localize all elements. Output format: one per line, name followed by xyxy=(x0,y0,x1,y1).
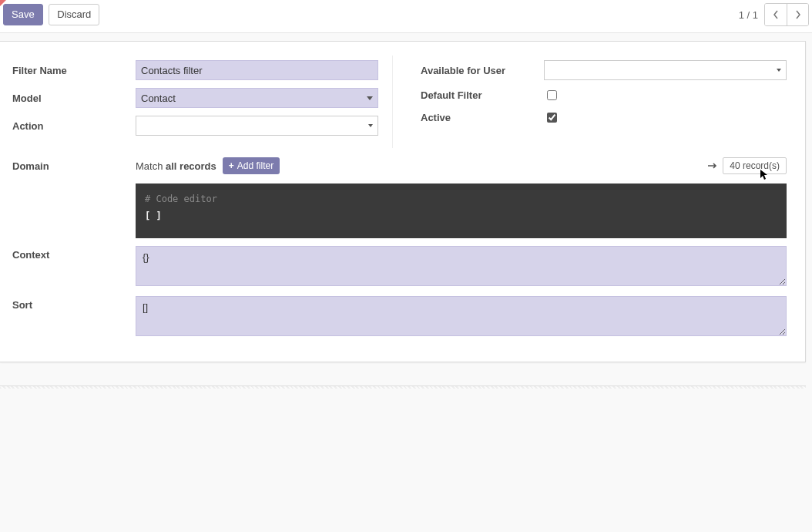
model-select-value: Contact xyxy=(141,93,176,104)
row-filter-name: Filter Name xyxy=(12,60,378,80)
label-domain: Domain xyxy=(12,157,136,238)
row-action: Action xyxy=(12,116,378,136)
form-sheet: Filter Name Model Contact Action xyxy=(0,41,806,362)
domain-match-text: Match all records xyxy=(136,160,216,172)
code-editor-value: [ ] xyxy=(145,208,777,225)
discard-button[interactable]: Discard xyxy=(49,4,99,25)
save-button[interactable]: Save xyxy=(3,4,43,25)
label-sort: Sort xyxy=(12,296,136,338)
label-active: Active xyxy=(421,112,544,123)
chevron-down-icon xyxy=(777,69,781,72)
row-available-user: Available for User xyxy=(421,60,787,80)
records-button[interactable]: 40 record(s) xyxy=(723,157,787,174)
top-bar: Save Discard 1 / 1 xyxy=(0,0,812,33)
pager-buttons xyxy=(764,3,809,26)
row-active: Active xyxy=(421,110,787,125)
records-label: 40 record(s) xyxy=(730,160,780,171)
row-domain: Domain Match all records + Add filter xyxy=(12,157,787,238)
action-select[interactable] xyxy=(136,116,378,136)
context-textarea[interactable] xyxy=(136,246,787,286)
match-bold: all records xyxy=(166,160,216,172)
add-filter-label: Add filter xyxy=(237,160,273,171)
pager: 1 / 1 xyxy=(739,3,809,26)
row-model: Model Contact xyxy=(12,88,378,108)
model-select[interactable]: Contact xyxy=(136,88,378,108)
add-filter-button[interactable]: + Add filter xyxy=(223,157,280,174)
pager-prev-button[interactable] xyxy=(765,4,787,25)
domain-header-right: 40 record(s) xyxy=(707,157,787,174)
domain-code-editor[interactable]: # Code editor [ ] xyxy=(136,184,787,238)
arrow-right-icon xyxy=(707,160,718,172)
pager-next-button[interactable] xyxy=(787,4,808,25)
chevron-down-icon xyxy=(367,96,373,100)
row-default-filter: Default Filter xyxy=(421,88,787,103)
default-filter-checkbox[interactable] xyxy=(547,90,557,100)
pager-text: 1 / 1 xyxy=(739,9,758,21)
filter-name-input[interactable] xyxy=(136,60,378,80)
label-context: Context xyxy=(12,246,136,288)
sort-textarea[interactable] xyxy=(136,296,787,336)
row-sort: Sort xyxy=(12,296,787,338)
domain-header: Match all records + Add filter 40 record… xyxy=(136,157,787,174)
available-user-select[interactable] xyxy=(544,60,787,80)
domain-header-left: Match all records + Add filter xyxy=(136,157,280,174)
label-action: Action xyxy=(12,120,136,132)
label-model: Model xyxy=(12,93,136,104)
label-default-filter: Default Filter xyxy=(421,89,544,101)
label-filter-name: Filter Name xyxy=(12,65,136,76)
chevron-down-icon xyxy=(368,124,373,127)
form-col-left: Filter Name Model Contact Action xyxy=(12,60,378,143)
chevron-right-icon xyxy=(795,10,801,19)
row-context: Context xyxy=(12,246,787,288)
chevron-left-icon xyxy=(773,10,779,19)
form-col-right: Available for User Default Filter Active xyxy=(407,60,787,143)
column-divider xyxy=(392,56,393,148)
sheet-bottom-edge xyxy=(0,386,806,389)
label-available-user: Available for User xyxy=(421,65,544,76)
plus-icon: + xyxy=(229,161,234,170)
left-buttons: Save Discard xyxy=(3,4,99,25)
form-columns: Filter Name Model Contact Action xyxy=(12,60,787,143)
code-editor-comment: # Code editor xyxy=(145,191,777,208)
match-prefix: Match xyxy=(136,160,166,172)
active-checkbox[interactable] xyxy=(547,113,557,123)
